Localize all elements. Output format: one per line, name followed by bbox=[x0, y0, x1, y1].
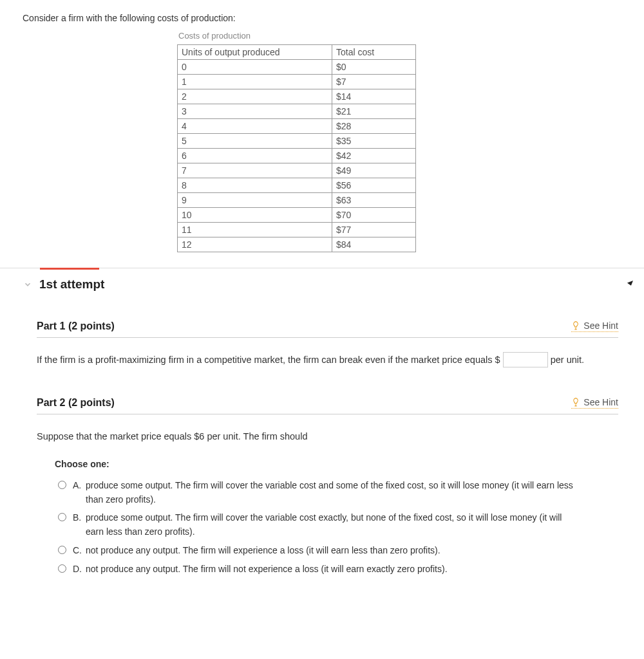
part1-body: If the firm is a profit-maximizing firm … bbox=[37, 352, 618, 368]
option-row[interactable]: A.produce some output. The firm will cov… bbox=[55, 479, 618, 506]
table-row: 4$28 bbox=[178, 119, 416, 134]
option-text: not produce any output. The firm will no… bbox=[86, 562, 575, 577]
option-row[interactable]: D.not produce any output. The firm will … bbox=[55, 562, 618, 577]
table-cell: 2 bbox=[178, 89, 332, 104]
table-cell: $70 bbox=[332, 208, 416, 223]
lightbulb-icon bbox=[571, 397, 580, 407]
table-row: 6$42 bbox=[178, 149, 416, 163]
table-cell: 3 bbox=[178, 104, 332, 119]
part2-prompt: Suppose that the market price equals $6 … bbox=[37, 429, 618, 445]
table-caption: Costs of production bbox=[177, 31, 621, 41]
option-radio[interactable] bbox=[58, 481, 66, 489]
option-letter: C. bbox=[73, 544, 86, 558]
table-row: 10$70 bbox=[178, 208, 416, 223]
table-row: 11$77 bbox=[178, 223, 416, 237]
table-cell: $0 bbox=[332, 60, 416, 75]
part1-text-after: per unit. bbox=[551, 355, 584, 365]
flag-icon[interactable] bbox=[621, 279, 634, 293]
table-cell: $28 bbox=[332, 119, 416, 134]
lightbulb-icon bbox=[571, 320, 580, 331]
table-cell: 12 bbox=[178, 237, 332, 252]
option-letter: B. bbox=[73, 511, 86, 525]
col-header-total: Total cost bbox=[332, 45, 416, 60]
table-cell: 7 bbox=[178, 163, 332, 178]
table-cell: 1 bbox=[178, 75, 332, 89]
table-cell: $42 bbox=[332, 149, 416, 163]
part2-block: Part 2 (2 points) See Hint Suppose that … bbox=[37, 397, 618, 577]
table-cell: $56 bbox=[332, 178, 416, 193]
table-cell: $7 bbox=[332, 75, 416, 89]
table-row: 3$21 bbox=[178, 104, 416, 119]
chevron-down-icon[interactable] bbox=[23, 279, 33, 290]
part1-block: Part 1 (2 points) See Hint If the firm i… bbox=[37, 320, 618, 368]
table-cell: $14 bbox=[332, 89, 416, 104]
choose-one-label: Choose one: bbox=[55, 457, 618, 472]
intro-text: Consider a firm with the following costs… bbox=[23, 13, 621, 23]
table-cell: $84 bbox=[332, 237, 416, 252]
table-row: 5$35 bbox=[178, 134, 416, 149]
option-row[interactable]: C.not produce any output. The firm will … bbox=[55, 544, 618, 558]
option-radio[interactable] bbox=[58, 546, 66, 554]
option-letter: D. bbox=[73, 562, 86, 577]
part1-title: Part 1 (2 points) bbox=[37, 320, 115, 332]
hint-label: See Hint bbox=[583, 397, 618, 407]
table-header-row: Units of output produced Total cost bbox=[178, 45, 416, 60]
attempt-active-indicator bbox=[40, 268, 99, 270]
table-cell: $49 bbox=[332, 163, 416, 178]
option-text: produce some output. The firm will cover… bbox=[86, 511, 575, 539]
table-row: 7$49 bbox=[178, 163, 416, 178]
table-row: 12$84 bbox=[178, 237, 416, 252]
table-row: 8$56 bbox=[178, 178, 416, 193]
table-row: 9$63 bbox=[178, 193, 416, 208]
table-cell: $35 bbox=[332, 134, 416, 149]
part2-title: Part 2 (2 points) bbox=[37, 397, 115, 409]
table-row: 1$7 bbox=[178, 75, 416, 89]
table-cell: $77 bbox=[332, 223, 416, 237]
option-text: produce some output. The firm will cover… bbox=[86, 479, 575, 506]
table-row: 2$14 bbox=[178, 89, 416, 104]
cost-table: Units of output produced Total cost 0$01… bbox=[177, 44, 416, 252]
table-cell: $63 bbox=[332, 193, 416, 208]
table-cell: $21 bbox=[332, 104, 416, 119]
price-input[interactable] bbox=[503, 352, 548, 367]
attempt-title: 1st attempt bbox=[39, 277, 104, 292]
table-cell: 9 bbox=[178, 193, 332, 208]
table-cell: 6 bbox=[178, 149, 332, 163]
option-radio[interactable] bbox=[58, 564, 66, 573]
table-row: 0$0 bbox=[178, 60, 416, 75]
table-cell: 0 bbox=[178, 60, 332, 75]
table-cell: 11 bbox=[178, 223, 332, 237]
hint-label: See Hint bbox=[583, 320, 618, 331]
see-hint-link[interactable]: See Hint bbox=[571, 397, 618, 409]
option-letter: A. bbox=[73, 479, 86, 493]
part1-text-before: If the firm is a profit-maximizing firm … bbox=[37, 355, 500, 365]
col-header-units: Units of output produced bbox=[178, 45, 332, 60]
option-radio[interactable] bbox=[58, 513, 66, 521]
table-cell: 10 bbox=[178, 208, 332, 223]
option-text: not produce any output. The firm will ex… bbox=[86, 544, 575, 558]
cost-table-wrap: Costs of production Units of output prod… bbox=[177, 31, 621, 252]
table-cell: 8 bbox=[178, 178, 332, 193]
table-cell: 4 bbox=[178, 119, 332, 134]
option-row[interactable]: B.produce some output. The firm will cov… bbox=[55, 511, 618, 539]
table-cell: 5 bbox=[178, 134, 332, 149]
see-hint-link[interactable]: See Hint bbox=[571, 320, 618, 332]
